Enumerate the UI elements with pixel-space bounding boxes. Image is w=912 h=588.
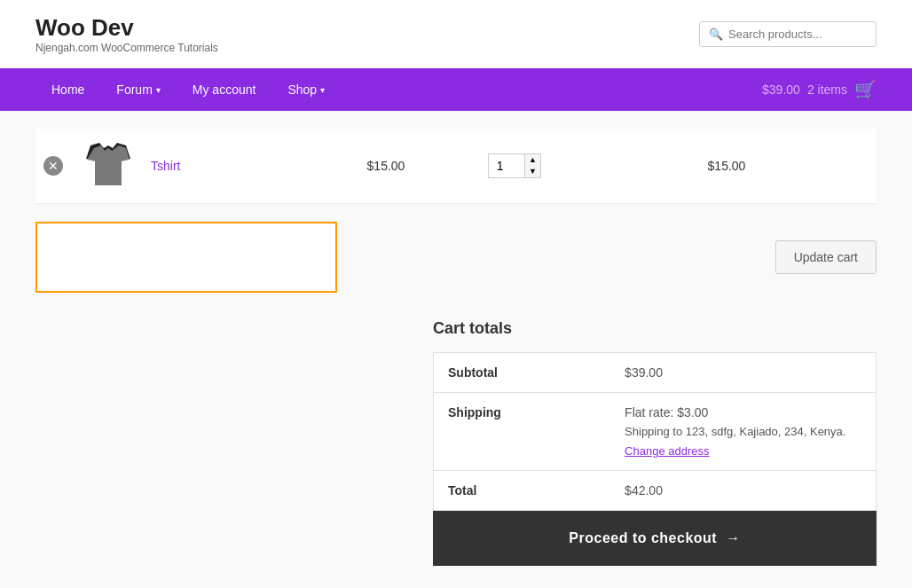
shipping-details: Flat rate: $3.00 Shipping to 123, sdfg, … — [610, 393, 876, 471]
main-content: ✕ Tshirt $15.00 ▲ — [0, 111, 912, 588]
cart-totals-section: Cart totals Subtotal $39.00 Shipping Fla… — [433, 319, 877, 566]
product-link[interactable]: Tshirt — [151, 159, 180, 173]
search-bar[interactable]: 🔍 — [699, 21, 877, 47]
subtotal-label: Subtotal — [434, 353, 611, 393]
qty-up-button[interactable]: ▲ — [525, 154, 540, 166]
subtotal-value: $39.00 — [610, 353, 876, 393]
search-icon: 🔍 — [709, 27, 723, 41]
nav-home-label: Home — [51, 82, 84, 97]
nav-item-my-account[interactable]: My account — [177, 68, 272, 111]
shipping-address: Shipping to 123, sdfg, Kajiado, 234, Ken… — [625, 425, 861, 438]
product-image — [80, 139, 133, 192]
coupon-box[interactable] — [35, 222, 337, 293]
update-cart-button[interactable]: Update cart — [775, 240, 877, 274]
nav-links: Home Forum ▾ My account Shop ▾ — [35, 68, 341, 111]
checkout-arrow-icon: → — [726, 530, 741, 546]
cart-qty-cell: ▲ ▼ — [452, 153, 577, 178]
change-address-link[interactable]: Change address — [625, 444, 709, 458]
total-row: Total $42.00 — [434, 471, 877, 511]
search-input[interactable] — [728, 27, 867, 41]
nav-account-label: My account — [193, 82, 256, 97]
cart-amount: $39.00 — [762, 82, 800, 97]
nav-shop-label: Shop — [287, 82, 317, 97]
nav-forum-label: Forum — [116, 82, 152, 97]
cart-totals-title: Cart totals — [433, 319, 877, 338]
nav-item-home[interactable]: Home — [35, 68, 100, 111]
checkout-btn-wrap: Proceed to checkout → — [433, 511, 877, 566]
coupon-area: Update cart — [35, 204, 877, 302]
chevron-down-icon: ▾ — [320, 85, 325, 95]
subtotal-row: Subtotal $39.00 — [434, 353, 877, 393]
qty-arrows: ▲ ▼ — [524, 154, 540, 177]
nav-cart[interactable]: $39.00 2 items 🛒 — [762, 79, 877, 100]
main-nav: Home Forum ▾ My account Shop ▾ $39.00 2 … — [0, 68, 912, 111]
cart-items-count: 2 items — [807, 82, 847, 97]
shipping-label: Shipping — [434, 393, 611, 471]
nav-item-forum[interactable]: Forum ▾ — [100, 68, 176, 111]
cart-remove-cell: ✕ — [35, 156, 71, 176]
total-value: $42.00 — [610, 471, 876, 511]
remove-item-button[interactable]: ✕ — [43, 156, 63, 176]
checkout-btn-label: Proceed to checkout — [569, 530, 717, 546]
shipping-rate: Flat rate: $3.00 — [625, 405, 861, 419]
cart-name-cell: Tshirt — [142, 159, 319, 173]
cart-image-cell — [71, 139, 142, 192]
quantity-stepper[interactable]: ▲ ▼ — [488, 153, 541, 178]
total-label: Total — [434, 471, 611, 511]
nav-item-shop[interactable]: Shop ▾ — [271, 68, 341, 111]
checkout-button[interactable]: Proceed to checkout → — [433, 511, 877, 566]
quantity-input[interactable] — [489, 155, 524, 176]
site-logo: Woo Dev Njengah.com WooCommerce Tutorial… — [35, 14, 218, 54]
cart-icon: 🛒 — [854, 79, 877, 100]
cart-price-cell: $15.00 — [319, 159, 452, 173]
shipping-row: Shipping Flat rate: $3.00 Shipping to 12… — [434, 393, 877, 471]
site-tagline: Njengah.com WooCommerce Tutorials — [35, 42, 218, 54]
qty-down-button[interactable]: ▼ — [525, 166, 540, 177]
site-header: Woo Dev Njengah.com WooCommerce Tutorial… — [0, 0, 912, 68]
chevron-down-icon: ▾ — [156, 85, 161, 95]
cart-subtotal-cell: $15.00 — [577, 159, 877, 173]
totals-table: Subtotal $39.00 Shipping Flat rate: $3.0… — [433, 352, 877, 511]
cart-item-row: ✕ Tshirt $15.00 ▲ — [35, 129, 877, 204]
site-title: Woo Dev — [35, 14, 218, 42]
